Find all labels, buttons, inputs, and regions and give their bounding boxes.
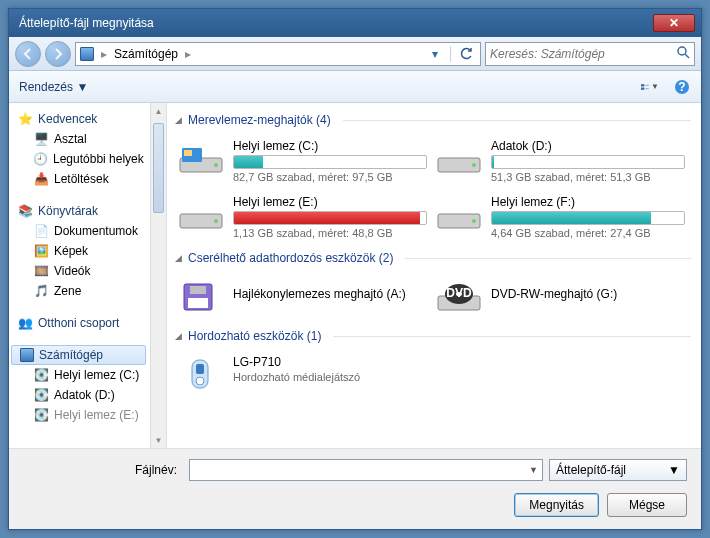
help-button[interactable]: ? (673, 78, 691, 96)
group-portable[interactable]: ◢Hordozható eszközök (1) (173, 323, 691, 349)
group-hdd[interactable]: ◢Merevlemez-meghajtók (4) (173, 107, 691, 133)
recent-icon: 🕘 (33, 151, 48, 167)
back-button[interactable] (15, 41, 41, 67)
search-icon[interactable] (676, 45, 690, 62)
libraries-icon: 📚 (17, 203, 33, 219)
drive-label: Helyi lemez (F:) (491, 195, 685, 209)
drive-icon: 💽 (33, 367, 49, 383)
forward-button[interactable] (45, 41, 71, 67)
sidebar-item-desktop[interactable]: 🖥️Asztal (9, 129, 148, 149)
svg-line-1 (685, 54, 689, 58)
history-dropdown-icon[interactable]: ▾ (425, 44, 445, 64)
search-input[interactable] (490, 47, 676, 61)
hdd-icon (435, 195, 483, 235)
open-button[interactable]: Megnyitás (514, 493, 599, 517)
filename-input[interactable]: ▼ (189, 459, 543, 481)
breadcrumb-root[interactable]: Számítógép (114, 47, 178, 61)
svg-point-11 (214, 163, 218, 167)
drive-label: Helyi lemez (E:) (233, 195, 427, 209)
hdd-icon (177, 195, 225, 235)
sidebar-favorites[interactable]: ⭐Kedvencek (9, 109, 148, 129)
address-bar[interactable]: ▸ Számítógép ▸ ▾ (75, 42, 481, 66)
sidebar-item-downloads[interactable]: 📥Letöltések (9, 169, 148, 189)
svg-point-13 (472, 163, 476, 167)
drive-floppy[interactable]: Hajlékonylemezes meghajtó (A:) (173, 271, 431, 323)
sidebar-item-drive-e[interactable]: 💽Helyi lemez (E:) (9, 405, 148, 425)
collapse-icon[interactable]: ◢ (175, 253, 182, 263)
svg-point-27 (196, 377, 204, 385)
drive-label: Adatok (D:) (491, 139, 685, 153)
pictures-icon: 🖼️ (33, 243, 49, 259)
desktop-icon: 🖥️ (33, 131, 49, 147)
refresh-icon[interactable] (456, 44, 476, 64)
drive-label: Helyi lemez (C:) (233, 139, 427, 153)
drive-dvd[interactable]: DVD DVD-RW-meghajtó (G:) (431, 271, 689, 323)
computer-icon (20, 348, 34, 362)
view-mode-button[interactable]: ▼ (641, 78, 659, 96)
device-lg[interactable]: LG-P710Hordozható médialejátszó (173, 349, 431, 401)
hdd-icon (177, 139, 225, 179)
drive-stat: 1,13 GB szabad, méret: 48,8 GB (233, 227, 427, 239)
organize-menu[interactable]: Rendezés ▼ (19, 80, 88, 94)
drive-icon: 💽 (33, 407, 49, 423)
arrow-left-icon (22, 48, 34, 60)
sidebar-item-drive-d[interactable]: 💽Adatok (D:) (9, 385, 148, 405)
chevron-right-icon[interactable]: ▸ (182, 47, 194, 61)
drive-d[interactable]: Adatok (D:)51,3 GB szabad, méret: 51,3 G… (431, 133, 689, 189)
drive-e[interactable]: Helyi lemez (E:)1,13 GB szabad, méret: 4… (173, 189, 431, 245)
window-title: Áttelepítő-fájl megnyitása (15, 16, 653, 30)
sidebar-scrollbar[interactable]: ▲ ▼ (150, 103, 166, 448)
drive-stat: 4,64 GB szabad, méret: 27,4 GB (491, 227, 685, 239)
drive-f[interactable]: Helyi lemez (F:)4,64 GB szabad, méret: 2… (431, 189, 689, 245)
sidebar-item-music[interactable]: 🎵Zene (9, 281, 148, 301)
svg-text:?: ? (678, 80, 685, 94)
drive-stat: 51,3 GB szabad, méret: 51,3 GB (491, 171, 685, 183)
drive-icon: 💽 (33, 387, 49, 403)
drive-label: DVD-RW-meghajtó (G:) (491, 287, 685, 301)
sidebar-computer[interactable]: Számítógép (11, 345, 146, 365)
nav-bar: ▸ Számítógép ▸ ▾ (9, 37, 701, 71)
scroll-thumb[interactable] (153, 123, 164, 213)
chevron-right-icon[interactable]: ▸ (98, 47, 110, 61)
collapse-icon[interactable]: ◢ (175, 115, 182, 125)
dropdown-icon[interactable]: ▼ (668, 463, 680, 477)
videos-icon: 🎞️ (33, 263, 49, 279)
search-box[interactable] (485, 42, 695, 66)
capacity-bar (491, 211, 685, 225)
scroll-up-icon[interactable]: ▲ (151, 103, 166, 119)
homegroup-icon: 👥 (17, 315, 33, 331)
close-button[interactable]: ✕ (653, 14, 695, 32)
titlebar[interactable]: Áttelepítő-fájl megnyitása ✕ (9, 9, 701, 37)
sidebar-item-pictures[interactable]: 🖼️Képek (9, 241, 148, 261)
device-label: LG-P710 (233, 355, 427, 369)
sidebar-item-drive-c[interactable]: 💽Helyi lemez (C:) (9, 365, 148, 385)
dropdown-icon[interactable]: ▼ (529, 465, 538, 475)
filetype-combo[interactable]: Áttelepítő-fájl▼ (549, 459, 687, 481)
sidebar-item-videos[interactable]: 🎞️Videók (9, 261, 148, 281)
group-removable[interactable]: ◢Cserélhető adathordozós eszközök (2) (173, 245, 691, 271)
sidebar-libraries[interactable]: 📚Könyvtárak (9, 201, 148, 221)
drive-label: Hajlékonylemezes meghajtó (A:) (233, 287, 427, 301)
drive-stat: 82,7 GB szabad, méret: 97,5 GB (233, 171, 427, 183)
filename-label: Fájlnév: (23, 463, 183, 477)
hdd-icon (435, 139, 483, 179)
svg-rect-26 (196, 364, 204, 374)
sidebar-item-recent[interactable]: 🕘Legutóbbi helyek (9, 149, 148, 169)
cancel-button[interactable]: Mégse (607, 493, 687, 517)
nav-pane[interactable]: ⭐Kedvencek 🖥️Asztal 🕘Legutóbbi helyek 📥L… (9, 103, 167, 448)
capacity-bar (233, 155, 427, 169)
file-view[interactable]: ◢Merevlemez-meghajtók (4) Helyi lemez (C… (167, 103, 701, 448)
media-player-icon (177, 355, 225, 395)
sidebar-item-documents[interactable]: 📄Dokumentumok (9, 221, 148, 241)
scroll-down-icon[interactable]: ▼ (151, 432, 166, 448)
drive-c[interactable]: Helyi lemez (C:)82,7 GB szabad, méret: 9… (173, 133, 431, 189)
device-sub: Hordozható médialejátszó (233, 371, 427, 383)
svg-rect-20 (188, 298, 208, 308)
open-dialog: Áttelepítő-fájl megnyitása ✕ ▸ Számítógé… (8, 8, 702, 530)
svg-text:DVD: DVD (446, 286, 472, 300)
toolbar: Rendezés ▼ ▼ ? (9, 71, 701, 103)
svg-rect-10 (184, 150, 192, 156)
sidebar-homegroup[interactable]: 👥Otthoni csoport (9, 313, 148, 333)
svg-point-15 (214, 219, 218, 223)
collapse-icon[interactable]: ◢ (175, 331, 182, 341)
